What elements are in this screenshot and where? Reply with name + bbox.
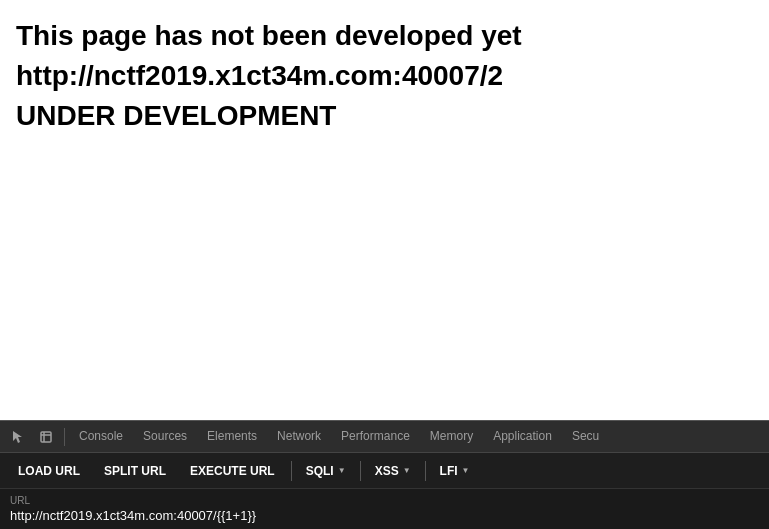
tab-application[interactable]: Application — [483, 421, 562, 453]
tab-sources[interactable]: Sources — [133, 421, 197, 453]
xss-button[interactable]: XSS ▼ — [367, 460, 419, 482]
toolbar-separator-3 — [425, 461, 426, 481]
toolbar-separator-1 — [291, 461, 292, 481]
xss-arrow-icon: ▼ — [403, 466, 411, 475]
lfi-arrow-icon: ▼ — [462, 466, 470, 475]
tab-memory[interactable]: Memory — [420, 421, 483, 453]
inspect-icon[interactable] — [32, 423, 60, 451]
svg-rect-1 — [41, 432, 51, 442]
tab-elements[interactable]: Elements — [197, 421, 267, 453]
toolbar-separator-2 — [360, 461, 361, 481]
devtools-toolbar: LOAD URL SPLIT URL EXECUTE URL SQLI ▼ XS… — [0, 453, 769, 489]
page-url: http://nctf2019.x1ct34m.com:40007/2 — [16, 60, 753, 92]
devtools-url-area: URL http://nctf2019.x1ct34m.com:40007/{{… — [0, 489, 769, 529]
tab-security[interactable]: Secu — [562, 421, 609, 453]
devtools-panel: Console Sources Elements Network Perform… — [0, 420, 769, 529]
tab-separator — [64, 428, 65, 446]
split-url-button[interactable]: SPLIT URL — [94, 460, 176, 482]
cursor-icon[interactable] — [4, 423, 32, 451]
devtools-tab-bar: Console Sources Elements Network Perform… — [0, 421, 769, 453]
sqli-button[interactable]: SQLI ▼ — [298, 460, 354, 482]
page-status: UNDER DEVELOPMENT — [16, 100, 753, 132]
execute-url-button[interactable]: EXECUTE URL — [180, 460, 285, 482]
tab-network[interactable]: Network — [267, 421, 331, 453]
lfi-button[interactable]: LFI ▼ — [432, 460, 478, 482]
url-value: http://nctf2019.x1ct34m.com:40007/{{1+1}… — [10, 508, 759, 523]
page-title: This page has not been developed yet — [16, 20, 753, 52]
sqli-arrow-icon: ▼ — [338, 466, 346, 475]
page-content: This page has not been developed yet htt… — [0, 0, 769, 420]
tab-performance[interactable]: Performance — [331, 421, 420, 453]
url-label: URL — [10, 495, 759, 506]
svg-marker-0 — [13, 431, 22, 443]
tab-console[interactable]: Console — [69, 421, 133, 453]
load-url-button[interactable]: LOAD URL — [8, 460, 90, 482]
